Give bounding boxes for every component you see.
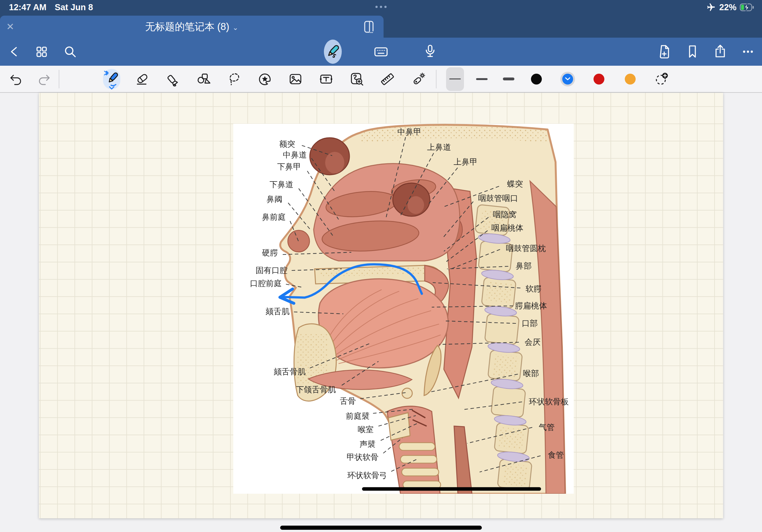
notebook-page[interactable]: 额突中鼻道下鼻甲下鼻道鼻阈鼻前庭硬腭固有口腔口腔前庭颏舌肌颏舌骨肌下颌舌骨肌舌骨… bbox=[39, 93, 723, 518]
svg-text:咽隐窝: 咽隐窝 bbox=[493, 210, 517, 219]
sticker-icon bbox=[258, 72, 272, 87]
navigation-toolbar bbox=[0, 37, 762, 66]
thumbnails-button[interactable] bbox=[33, 43, 50, 61]
tools-toolbar bbox=[0, 66, 762, 93]
split-view-icon[interactable] bbox=[363, 20, 375, 34]
chevron-down-icon bbox=[109, 86, 115, 90]
svg-text:气管: 气管 bbox=[539, 423, 555, 432]
lasso-tool-button[interactable] bbox=[227, 70, 242, 89]
pen-tool-button[interactable] bbox=[104, 70, 119, 89]
tab-bar: ✕ 无标题的笔记本 (8)⌄ bbox=[0, 15, 762, 37]
svg-text:鼻部: 鼻部 bbox=[516, 261, 532, 270]
svg-text:口腔前庭: 口腔前庭 bbox=[250, 279, 282, 288]
redo-button[interactable] bbox=[37, 70, 52, 89]
svg-text:环状软骨板: 环状软骨板 bbox=[529, 397, 569, 406]
ruler-tool-button[interactable] bbox=[380, 70, 395, 89]
color-red-button[interactable] bbox=[592, 72, 606, 87]
svg-text:环状软骨弓: 环状软骨弓 bbox=[347, 471, 387, 480]
thickness-medium-button[interactable] bbox=[473, 67, 491, 91]
share-icon bbox=[713, 44, 727, 59]
notebook-tab[interactable]: ✕ 无标题的笔记本 (8)⌄ bbox=[0, 16, 384, 37]
svg-text:固有口腔: 固有口腔 bbox=[256, 266, 287, 275]
notebook-title[interactable]: 无标题的笔记本 (8)⌄ bbox=[0, 20, 384, 33]
add-page-icon bbox=[657, 44, 671, 59]
eraser-tool-button[interactable] bbox=[135, 70, 150, 89]
svg-text:鼻前庭: 鼻前庭 bbox=[262, 212, 286, 222]
thumbnails-grid-icon bbox=[35, 45, 48, 59]
svg-text:硬腭: 硬腭 bbox=[262, 248, 278, 257]
pen-mode-button[interactable] bbox=[324, 43, 342, 61]
scribble-convert-tool-button[interactable] bbox=[349, 70, 364, 89]
undo-icon bbox=[8, 72, 23, 86]
status-time: 12:47 AM bbox=[9, 3, 46, 13]
lasso-icon bbox=[227, 72, 242, 87]
close-tab-icon[interactable]: ✕ bbox=[0, 21, 21, 32]
chevron-down-icon: ⌄ bbox=[233, 24, 238, 32]
eraser-icon bbox=[135, 72, 150, 87]
highlighter-icon bbox=[166, 72, 180, 87]
svg-text:咽扁桃体: 咽扁桃体 bbox=[492, 223, 523, 233]
svg-text:声襞: 声襞 bbox=[360, 439, 376, 449]
color-black-button[interactable] bbox=[529, 72, 544, 87]
svg-text:中鼻道: 中鼻道 bbox=[283, 150, 307, 160]
svg-text:颏舌肌: 颏舌肌 bbox=[266, 307, 290, 316]
pen-tool-selected-background bbox=[103, 69, 120, 89]
microphone-icon bbox=[423, 44, 437, 59]
svg-text:会厌: 会厌 bbox=[525, 337, 541, 347]
shapes-tool-button[interactable] bbox=[196, 70, 211, 89]
status-date: Sat Jun 8 bbox=[55, 3, 93, 13]
text-icon bbox=[319, 72, 334, 87]
svg-text:下颌舌骨肌: 下颌舌骨肌 bbox=[296, 385, 336, 394]
more-ellipsis-icon bbox=[741, 45, 755, 59]
redo-icon bbox=[37, 72, 52, 86]
share-button[interactable] bbox=[711, 43, 729, 61]
toolbar-divider bbox=[59, 70, 59, 88]
home-indicator[interactable] bbox=[280, 526, 482, 530]
svg-text:前庭襞: 前庭襞 bbox=[346, 412, 370, 421]
ruler-icon bbox=[380, 72, 395, 87]
text-tool-button[interactable] bbox=[319, 70, 334, 89]
scribble-convert-icon bbox=[349, 72, 364, 87]
toolbar-divider bbox=[436, 70, 436, 88]
battery-charging-icon bbox=[740, 3, 755, 12]
anatomy-image[interactable]: 额突中鼻道下鼻甲下鼻道鼻阈鼻前庭硬腭固有口腔口腔前庭颏舌肌颏舌骨肌下颌舌骨肌舌骨… bbox=[233, 124, 574, 494]
image-icon bbox=[288, 72, 303, 87]
svg-text:喉部: 喉部 bbox=[523, 369, 539, 378]
add-custom-color-button[interactable] bbox=[654, 72, 669, 87]
search-button[interactable] bbox=[61, 43, 79, 61]
add-custom-color-icon bbox=[654, 72, 669, 87]
color-orange-button[interactable] bbox=[623, 72, 638, 87]
search-icon bbox=[63, 44, 78, 59]
sticker-tool-button[interactable] bbox=[257, 70, 272, 89]
svg-text:软腭: 软腭 bbox=[526, 284, 542, 294]
highlighter-tool-button[interactable] bbox=[165, 70, 181, 89]
multitask-dots-indicator[interactable] bbox=[376, 6, 387, 8]
type-keyboard-button[interactable] bbox=[372, 43, 390, 61]
image-tool-button[interactable] bbox=[288, 70, 303, 89]
back-chevron-icon bbox=[8, 45, 22, 59]
undo-button[interactable] bbox=[8, 70, 23, 89]
bookmark-button[interactable] bbox=[683, 43, 701, 61]
more-options-button[interactable] bbox=[739, 43, 757, 61]
svg-text:下鼻甲: 下鼻甲 bbox=[277, 162, 301, 171]
record-audio-button[interactable] bbox=[421, 43, 439, 61]
pen-tool-icon bbox=[103, 70, 120, 88]
svg-text:上鼻甲: 上鼻甲 bbox=[454, 157, 478, 166]
svg-text:口部: 口部 bbox=[522, 319, 538, 328]
laser-pointer-tool-button[interactable] bbox=[410, 70, 426, 89]
thickness-thin-button[interactable] bbox=[446, 67, 464, 91]
svg-text:食管: 食管 bbox=[548, 450, 564, 460]
svg-text:下鼻道: 下鼻道 bbox=[269, 180, 294, 189]
back-button[interactable] bbox=[6, 43, 24, 61]
svg-text:鼻阈: 鼻阈 bbox=[267, 195, 282, 204]
svg-text:上鼻道: 上鼻道 bbox=[427, 143, 451, 152]
svg-text:舌骨: 舌骨 bbox=[340, 396, 356, 406]
thickness-thick-button[interactable] bbox=[500, 67, 518, 91]
svg-text:腭扁桃体: 腭扁桃体 bbox=[515, 301, 547, 310]
svg-text:额突: 额突 bbox=[279, 139, 295, 149]
svg-text:喉室: 喉室 bbox=[358, 425, 374, 434]
pen-mode-icon bbox=[325, 43, 341, 60]
add-page-button[interactable] bbox=[655, 43, 673, 61]
laser-pointer-icon bbox=[411, 72, 425, 87]
color-blue-button-selected[interactable] bbox=[560, 72, 575, 87]
